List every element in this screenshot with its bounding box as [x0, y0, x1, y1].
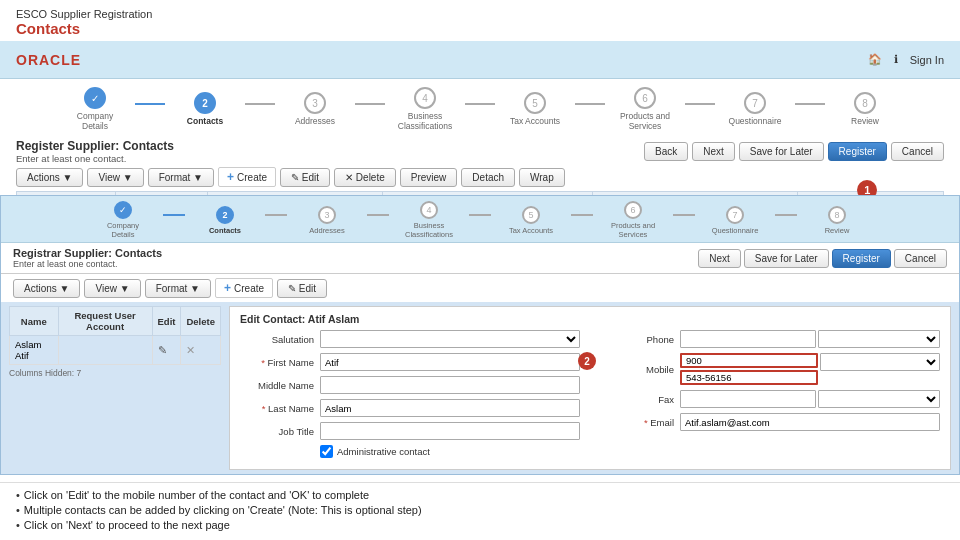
fax-row: Fax [600, 390, 940, 408]
phone-type-select[interactable] [818, 330, 940, 348]
back-button[interactable]: Back [644, 142, 688, 161]
step-6: 6 Products andServices [605, 87, 685, 131]
step-8-circle: 8 [854, 92, 876, 114]
last-name-input[interactable] [320, 399, 580, 417]
delete-button[interactable]: ✕ Delete [334, 168, 396, 187]
ov-step-8-circle: 8 [828, 206, 846, 224]
step-3-label: Addresses [295, 116, 335, 126]
step-1-label: CompanyDetails [77, 111, 113, 131]
ov-connector-3 [367, 214, 389, 216]
overlay-top-buttons: Next Save for Later Register Cancel [698, 249, 947, 268]
admin-contact-checkbox[interactable] [320, 445, 333, 458]
step-2-label: Contacts [187, 116, 223, 126]
ov-step-6-circle: 6 [624, 201, 642, 219]
edit-button[interactable]: ✎ Edit [280, 168, 330, 187]
mobile-input-1[interactable] [680, 353, 818, 368]
step-7: 7 Questionnaire [715, 92, 795, 126]
create-button[interactable]: + Create [218, 167, 276, 187]
ov-step-7-label: Questionnaire [712, 226, 759, 235]
ov-register-button[interactable]: Register [832, 249, 891, 268]
columns-hidden-label: Columns Hidden: 7 [9, 368, 221, 378]
job-title-label: Job Title [240, 426, 320, 437]
ov-step-4: 4 BusinessClassifications [389, 201, 469, 239]
step-4-label: BusinessClassifications [398, 111, 452, 131]
step-5: 5 Tax Accounts [495, 92, 575, 126]
plus-icon: + [227, 170, 234, 184]
home-icon[interactable]: 🏠 [868, 53, 882, 66]
ov-step-8: 8 Review [797, 206, 877, 235]
connector-3 [355, 103, 385, 105]
save-for-later-button[interactable]: Save for Later [739, 142, 824, 161]
fax-type-select[interactable] [818, 390, 940, 408]
ov-step-7-circle: 7 [726, 206, 744, 224]
actions-dropdown[interactable]: Actions ▼ [16, 168, 83, 187]
top-right-buttons: Back Next Save for Later Register Cancel [644, 142, 944, 161]
ov-connector-4 [469, 214, 491, 216]
connector-5 [575, 103, 605, 105]
ov-col-delete: Delete [181, 307, 221, 336]
wrap-button[interactable]: Wrap [519, 168, 565, 187]
ov-create-button[interactable]: + Create [215, 278, 273, 298]
middle-name-input[interactable] [320, 376, 580, 394]
ov-save-button[interactable]: Save for Later [744, 249, 829, 268]
format-dropdown[interactable]: Format ▼ [148, 168, 214, 187]
mobile-row: Mobile [600, 353, 940, 385]
first-name-input[interactable] [320, 353, 580, 371]
overlay-title-area: Registrar Supplier: Contacts Enter at le… [13, 247, 162, 269]
ov-connector-1 [163, 214, 185, 216]
connector-1 [135, 103, 165, 105]
mobile-label: Mobile [600, 364, 680, 375]
next-button[interactable]: Next [692, 142, 735, 161]
overlay-body: Name Request User Account Edit Delete As… [1, 302, 959, 474]
sign-in-link[interactable]: Sign In [910, 54, 944, 66]
phone-input[interactable] [680, 330, 816, 348]
step-1-circle: ✓ [84, 87, 106, 109]
view-dropdown[interactable]: View ▼ [87, 168, 143, 187]
fax-input[interactable] [680, 390, 816, 408]
cancel-button[interactable]: Cancel [891, 142, 944, 161]
ov-step-4-label: BusinessClassifications [405, 221, 453, 239]
step-8: 8 Review [825, 92, 905, 126]
ov-cancel-button[interactable]: Cancel [894, 249, 947, 268]
edit-contact-title: Edit Contact: Atif Aslam [240, 313, 940, 325]
job-title-input[interactable] [320, 422, 580, 440]
ov-cell-delete: ✕ [181, 336, 221, 365]
overlay-section-title: Registrar Supplier: Contacts [13, 247, 162, 259]
badge-2: 2 [578, 352, 596, 370]
banner-right: 🏠 ℹ Sign In [868, 53, 944, 66]
step-7-label: Questionnaire [729, 116, 782, 126]
ov-col-edit: Edit [152, 307, 181, 336]
ov-step-5-circle: 5 [522, 206, 540, 224]
detach-button[interactable]: Detach [461, 168, 515, 187]
preview-button[interactable]: Preview [400, 168, 458, 187]
mobile-type-select[interactable] [820, 353, 940, 371]
section-title: Register Supplier: Contacts Enter at lea… [16, 139, 174, 164]
email-row: Email [600, 413, 940, 431]
salutation-select[interactable] [320, 330, 580, 348]
info-icon[interactable]: ℹ [894, 53, 898, 66]
ov-step-2-circle: 2 [216, 206, 234, 224]
instruction-3: Click on 'Next' to proceed to the next p… [16, 519, 944, 531]
step-6-label: Products andServices [620, 111, 670, 131]
form-right-col: 2 Phone Mobile [600, 330, 940, 463]
ov-cell-name: Aslam Atif [10, 336, 59, 365]
ov-delete-icon[interactable]: ✕ [186, 344, 195, 356]
ov-step-3-label: Addresses [309, 226, 344, 235]
ov-step-3-circle: 3 [318, 206, 336, 224]
step-2-circle: 2 [194, 92, 216, 114]
register-button[interactable]: Register [828, 142, 887, 161]
fax-label: Fax [600, 394, 680, 405]
mobile-input-2[interactable] [680, 370, 818, 385]
mobile-input-group [680, 353, 818, 385]
ov-edit-button[interactable]: ✎ Edit [277, 279, 327, 298]
ov-table-row: Aslam Atif ✎ ✕ [10, 336, 221, 365]
ov-format-dropdown[interactable]: Format ▼ [145, 279, 211, 298]
ov-connector-5 [571, 214, 593, 216]
ov-edit-icon[interactable]: ✎ [158, 344, 167, 356]
email-input[interactable] [680, 413, 940, 431]
ov-actions-dropdown[interactable]: Actions ▼ [13, 279, 80, 298]
toolbar-left: Actions ▼ View ▼ Format ▼ + Create ✎ Edi… [16, 167, 565, 187]
ov-next-button[interactable]: Next [698, 249, 741, 268]
main-toolbar: Actions ▼ View ▼ Format ▼ + Create ✎ Edi… [16, 167, 944, 187]
ov-view-dropdown[interactable]: View ▼ [84, 279, 140, 298]
